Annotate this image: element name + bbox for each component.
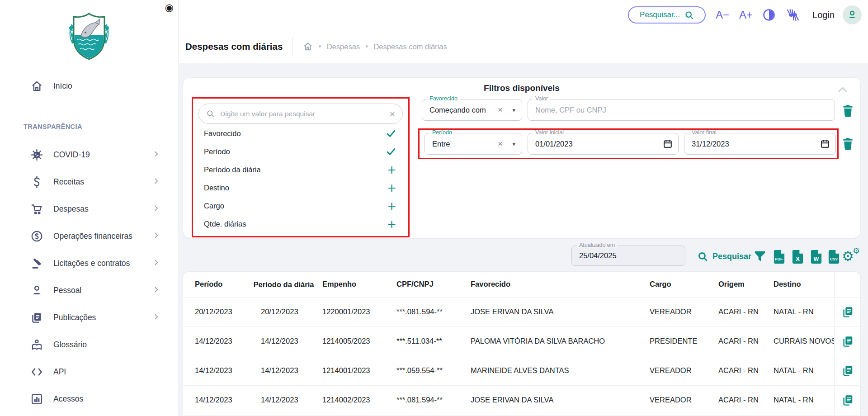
cell-actions (834, 356, 861, 385)
cell-actions (834, 297, 861, 326)
decrease-font-button[interactable]: A− (716, 9, 729, 20)
start-date-input[interactable] (528, 140, 678, 148)
search-icon (206, 109, 215, 118)
increase-font-button[interactable]: A+ (739, 9, 753, 20)
contrast-icon[interactable] (763, 9, 775, 21)
word-file-icon[interactable]: W (810, 250, 823, 264)
filter-option-periodo[interactable]: Período (193, 142, 408, 161)
sidebar-item-glossario[interactable]: Glossário (0, 331, 178, 358)
filter-option-label: Cargo (204, 202, 387, 210)
cell-cargo: VEREADOR (644, 356, 712, 385)
filter-option-favorecido[interactable]: Favorecido (193, 124, 408, 142)
field-label: Período (430, 129, 454, 136)
clear-operator-icon[interactable]: × (498, 105, 503, 115)
user-avatar[interactable] (843, 5, 862, 24)
filter-option-label: Período (204, 147, 386, 156)
results-table-card: PeríodoPeríodo da diáriaEmpenhoCPF/CNPJF… (183, 271, 861, 416)
collapse-panel-icon[interactable] (837, 85, 849, 96)
chevron-right-icon (152, 259, 160, 268)
row-detail-icon[interactable] (841, 306, 854, 318)
field-label: Favorecido (427, 95, 460, 102)
filter-option-periodo-da-diaria[interactable]: Período da diária+ (193, 161, 408, 179)
breadcrumb-separator: • (365, 42, 368, 52)
dollar-icon (30, 175, 43, 189)
row-detail-icon[interactable] (841, 364, 854, 377)
field-label: Atualizado em (577, 242, 617, 248)
breadcrumb-home-icon[interactable] (303, 42, 313, 52)
cell-periodo: 20/12/2023 (183, 297, 251, 326)
dropdown-arrow-icon[interactable]: ▾ (512, 141, 515, 147)
sidebar-item-licitacoes-e-contratos[interactable]: Licitações e contratos (0, 250, 178, 277)
cell-favorecido: JOSE ERIVAN DA SILVA (466, 385, 644, 415)
pdf-file-icon[interactable]: PDF (773, 250, 786, 264)
add-filter-plus-icon[interactable]: + (387, 164, 396, 175)
breadcrumb-item-current: Despesas com diárias (373, 43, 447, 51)
remove-favorecido-filter-button[interactable] (842, 104, 854, 119)
cell-cargo: VEREADOR (644, 297, 712, 326)
excel-file-icon[interactable]: X (791, 250, 804, 264)
breadcrumb-item-despesas[interactable]: Despesas (327, 43, 360, 51)
calendar-icon[interactable] (820, 139, 830, 149)
chevron-right-icon (152, 177, 160, 187)
sidebar-item-label: Pessoal (53, 286, 152, 295)
cart-icon (30, 202, 43, 216)
results-table: PeríodoPeríodo da diáriaEmpenhoCPF/CNPJF… (183, 272, 861, 415)
row-detail-icon[interactable] (841, 394, 854, 407)
sidebar: ◉ InícioTRANSPARÊNCIACOV (0, 0, 179, 416)
sidebar-item-receitas[interactable]: Receitas (0, 168, 178, 195)
cell-empenho: 1214005/2023 (316, 326, 391, 356)
sidebar-section-label: TRANSPARÊNCIA (24, 123, 178, 134)
dropdown-arrow-icon[interactable]: ▾ (512, 107, 515, 113)
cell-empenho: 1214002/2023 (316, 385, 391, 415)
home-icon (30, 79, 43, 93)
sign-language-icon[interactable] (785, 8, 801, 22)
sidebar-item-covid-19[interactable]: COVID-19 (0, 141, 178, 168)
cell-destino: CURRAIS NOVOS - RN (767, 326, 834, 356)
table-row: 14/12/202314/12/20231214002/2023***.081.… (183, 385, 861, 415)
global-search-button[interactable]: Pesquisar... (628, 6, 706, 24)
clear-search-icon[interactable]: × (390, 109, 395, 118)
table-header-row: PeríodoPeríodo da diáriaEmpenhoCPF/CNPJF… (183, 272, 861, 297)
available-filters-list: FavorecidoPeríodoPeríodo da diária+Desti… (193, 124, 408, 233)
table-body: 20/12/202320/12/20231220001/2023***.081.… (183, 297, 861, 415)
clear-operator-icon[interactable]: × (498, 139, 503, 149)
calendar-icon[interactable] (663, 139, 673, 149)
search-results-button[interactable]: Pesquisar (697, 243, 751, 269)
favorecido-operator-select[interactable]: Favorecido Começando com × ▾ (422, 99, 522, 121)
add-filter-plus-icon[interactable]: + (387, 218, 396, 230)
remove-periodo-filter-button[interactable] (842, 137, 854, 152)
cell-destino: NATAL - RN (767, 385, 834, 415)
row-detail-icon[interactable] (841, 335, 854, 348)
sidebar-item-acessos[interactable]: Acessos (0, 385, 178, 412)
filter-search-input[interactable] (220, 110, 384, 118)
cell-actions (834, 326, 861, 356)
cell-cargo: PRESIDENTE (644, 326, 712, 356)
end-date-input[interactable] (684, 140, 835, 148)
sidebar-item-api[interactable]: API (0, 358, 178, 385)
sidebar-item-despesas[interactable]: Despesas (0, 195, 178, 222)
divider (292, 37, 293, 56)
person-icon (30, 284, 43, 297)
filter-option-cargo[interactable]: Cargo+ (193, 197, 408, 215)
sidebar-item-operacoes-financeiras[interactable]: Operações financeiras (0, 222, 178, 250)
periodo-operator-select[interactable]: Período Entre × ▾ (425, 133, 522, 155)
chevron-right-icon (152, 150, 160, 160)
filter-option-qtde-diarias[interactable]: Qtde. diárias+ (193, 215, 408, 233)
sidebar-item-publicacoes[interactable]: Publicações (0, 304, 178, 331)
column-header-destino: Destino (767, 272, 834, 297)
favorecido-value-input[interactable] (528, 106, 835, 114)
add-filter-plus-icon[interactable]: + (387, 182, 396, 194)
cell-origem: ACARI - RN (712, 326, 767, 356)
sidebar-pin-toggle-icon[interactable]: ◉ (165, 3, 174, 13)
page-title: Despesas com diárias (185, 41, 283, 52)
chevron-right-icon (152, 286, 160, 295)
settings-gears-icon[interactable]: ⚙⚙ (842, 247, 863, 267)
filter-funnel-icon[interactable] (753, 250, 767, 263)
add-filter-plus-icon[interactable]: + (387, 200, 396, 212)
csv-file-icon[interactable]: CSV (827, 250, 840, 264)
sidebar-item-inicio[interactable]: Início (0, 72, 178, 99)
sidebar-item-pessoal[interactable]: Pessoal (0, 277, 178, 304)
login-link[interactable]: Login (812, 10, 835, 20)
column-header-actions (834, 272, 861, 297)
filter-option-destino[interactable]: Destino+ (193, 179, 408, 197)
